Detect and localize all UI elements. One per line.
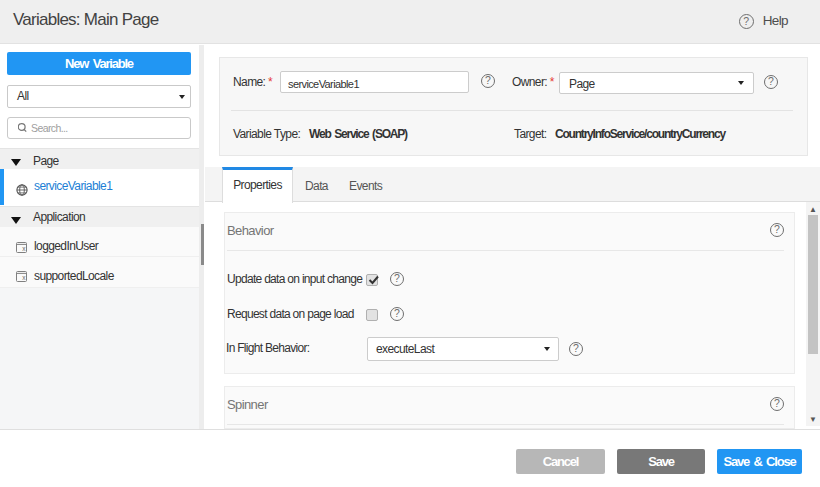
svg-text:x: x [22,245,26,252]
svg-text:x: x [22,274,26,281]
